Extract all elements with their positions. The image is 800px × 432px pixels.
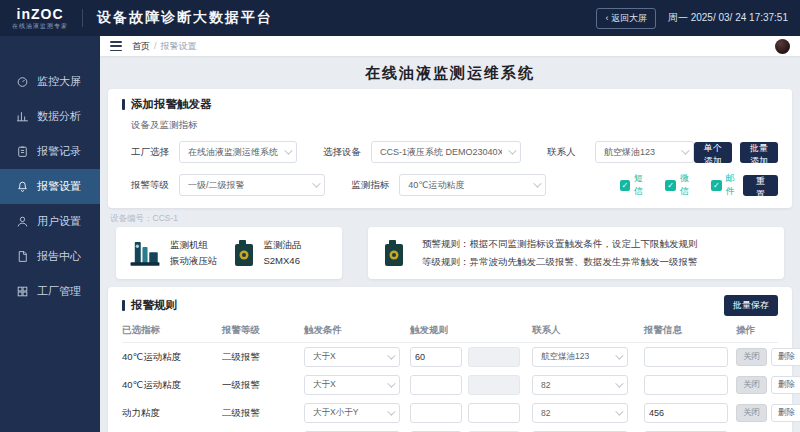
- datetime-display: 周一 2025/ 03/ 24 17:37:51: [668, 11, 788, 25]
- section-title-alarm-rules: 报警规则: [122, 298, 177, 313]
- logo-tagline: 在线油液监测专家: [12, 22, 68, 31]
- unit-label: 监测机组: [170, 237, 218, 253]
- alarm-level-select[interactable]: 一级/二级报警: [179, 174, 325, 196]
- logo-text: inZOC: [17, 6, 64, 22]
- condition-select[interactable]: 大于X小于Y: [304, 403, 400, 423]
- sidebar-item-user-settings[interactable]: 用户设置: [0, 204, 100, 239]
- contact-select-label: 联系人: [547, 146, 595, 159]
- table-header: 已选指标 报警等级 触发条件 触发规则 联系人 报警信息 操作: [122, 324, 778, 343]
- document-icon: [16, 250, 29, 263]
- section-title-add-trigger: 添加报警触发器: [122, 97, 778, 112]
- condition-select[interactable]: 大于X: [304, 347, 400, 367]
- sidebar-item-label: 报警记录: [37, 144, 81, 159]
- factory-select-label: 工厂选择: [131, 146, 179, 159]
- threshold-x-input[interactable]: [410, 347, 462, 367]
- condition-select[interactable]: 大于X: [304, 375, 400, 395]
- breadcrumb-bar: 首页/报警设置: [100, 36, 800, 56]
- clipboard-icon: [16, 145, 29, 158]
- close-rule-button[interactable]: 关闭: [736, 376, 767, 394]
- breadcrumb-home[interactable]: 首页: [132, 41, 150, 51]
- sidebar-item-data-analysis[interactable]: 数据分析: [0, 99, 100, 134]
- monitored-device-card: 监测机组 振动液压站 监测油品 S2MX46: [116, 227, 342, 279]
- sidebar-item-label: 报告中心: [37, 249, 81, 264]
- table-row: 动力粘度 一级报警 大于X 82: [122, 427, 778, 432]
- threshold-y-input: [468, 347, 520, 367]
- alarm-rules-card: 报警规则 批量保存 已选指标 报警等级 触发条件 触发规则 联系人 报警信息 操…: [108, 287, 792, 432]
- breadcrumb-current: 报警设置: [161, 41, 197, 51]
- grid-icon: [16, 285, 29, 298]
- close-rule-button[interactable]: 关闭: [736, 404, 767, 422]
- chevron-down-icon: [533, 179, 541, 187]
- warning-rule-line2: 等级规则：异常波动先触发二级报警、数据发生异常触发一级报警: [422, 253, 698, 271]
- factory-select[interactable]: 在线油液监测运维系统: [179, 141, 297, 163]
- checkbox-wechat[interactable]: ✓ 微信: [665, 172, 697, 198]
- factory-icon: [128, 238, 162, 268]
- alarm-message-input[interactable]: [644, 403, 728, 423]
- warning-rule-line1: 预警规则：根据不同监测指标设置触发条件，设定上下限触发规则: [422, 235, 698, 253]
- add-trigger-card: 添加报警触发器 设备及监测指标 工厂选择 在线油液监测运维系统 选择设备 CCS…: [108, 89, 792, 208]
- batch-save-button[interactable]: 批量保存: [724, 295, 778, 316]
- subsection-title: 设备及监测指标: [131, 119, 778, 132]
- threshold-y-input[interactable]: [468, 403, 520, 423]
- app-root: inZOC 在线油液监测专家 设备故障诊断大数据平台 ‹ 返回大屏 周一 202…: [0, 0, 800, 432]
- alarm-level-label: 报警等级: [131, 179, 179, 192]
- table-row: 40℃运动粘度 二级报警 大于X 航空煤油123: [122, 343, 778, 371]
- app-title: 设备故障诊断大数据平台: [97, 9, 273, 27]
- user-avatar[interactable]: [775, 39, 790, 54]
- indicator-select-label: 监测指标: [351, 179, 399, 192]
- chevron-down-icon: [508, 146, 516, 154]
- breadcrumb: 首页/报警设置: [132, 40, 197, 53]
- device-select-label: 选择设备: [323, 146, 371, 159]
- oil-canister-icon: [232, 238, 256, 268]
- oil-label: 监测油品: [264, 237, 302, 253]
- threshold-x-input[interactable]: [410, 375, 462, 395]
- add-batch-button[interactable]: 批量添加: [740, 142, 778, 163]
- device-select[interactable]: CCS-1液压系统 DEMO23040X: [371, 141, 521, 163]
- close-rule-button[interactable]: 关闭: [736, 348, 767, 366]
- checkbox-email[interactable]: ✓ 邮件: [711, 172, 743, 198]
- add-single-button[interactable]: 单个添加: [694, 142, 732, 163]
- warning-rules-card: 预警规则：根据不同监测指标设置触发条件，设定上下限触发规则 等级规则：异常波动先…: [368, 227, 784, 279]
- indicator-select[interactable]: 40℃运动粘度: [399, 174, 545, 196]
- gauge-icon: [16, 75, 29, 88]
- sidebar-item-monitor-screen[interactable]: 监控大屏: [0, 64, 100, 99]
- delete-rule-button[interactable]: 删除: [771, 376, 800, 394]
- threshold-y-input: [468, 375, 520, 395]
- chevron-down-icon: [615, 351, 623, 359]
- sidebar-item-report-center[interactable]: 报告中心: [0, 239, 100, 274]
- checkbox-checked-icon: ✓: [620, 180, 631, 191]
- chevron-down-icon: [387, 379, 395, 387]
- page-title: 在线油液监测运维系统: [100, 56, 800, 89]
- chevron-down-icon: [312, 179, 320, 187]
- chevron-down-icon: [387, 407, 395, 415]
- header-divider: [82, 9, 83, 27]
- checkbox-sms[interactable]: ✓ 短信: [620, 172, 652, 198]
- delete-rule-button[interactable]: 删除: [771, 348, 800, 366]
- table-row: 40℃运动粘度 一级报警 大于X 82: [122, 371, 778, 399]
- chevron-down-icon: [615, 407, 623, 415]
- contact-select[interactable]: 航空煤油123: [595, 141, 694, 163]
- notify-options: ✓ 短信 ✓ 微信 ✓ 邮件: [620, 172, 743, 198]
- back-to-dashboard-button[interactable]: ‹ 返回大屏: [596, 8, 656, 29]
- sidebar-item-label: 数据分析: [37, 109, 81, 124]
- sidebar-item-alarm-records[interactable]: 报警记录: [0, 134, 100, 169]
- user-icon: [16, 215, 29, 228]
- row-contact-select[interactable]: 航空煤油123: [532, 347, 628, 367]
- chevron-down-icon: [615, 379, 623, 387]
- chevron-down-icon: [681, 146, 689, 154]
- alarm-message-input[interactable]: [644, 375, 728, 395]
- reset-button[interactable]: 重置: [743, 175, 778, 196]
- alarm-message-input[interactable]: [644, 347, 728, 367]
- collapse-menu-icon[interactable]: [110, 41, 122, 51]
- sidebar-item-label: 工厂管理: [37, 284, 81, 299]
- sidebar-item-alarm-settings[interactable]: 报警设置: [0, 169, 100, 204]
- checkbox-checked-icon: ✓: [711, 180, 722, 191]
- row-contact-select[interactable]: 82: [532, 375, 628, 395]
- sidebar-item-factory-management[interactable]: 工厂管理: [0, 274, 100, 309]
- delete-rule-button[interactable]: 删除: [771, 404, 800, 422]
- threshold-x-input[interactable]: [410, 403, 462, 423]
- row-contact-select[interactable]: 82: [532, 403, 628, 423]
- chevron-down-icon: [387, 351, 395, 359]
- sidebar-item-label: 报警设置: [37, 179, 81, 194]
- table-row: 动力粘度 二级报警 大于X小于Y 82: [122, 399, 778, 427]
